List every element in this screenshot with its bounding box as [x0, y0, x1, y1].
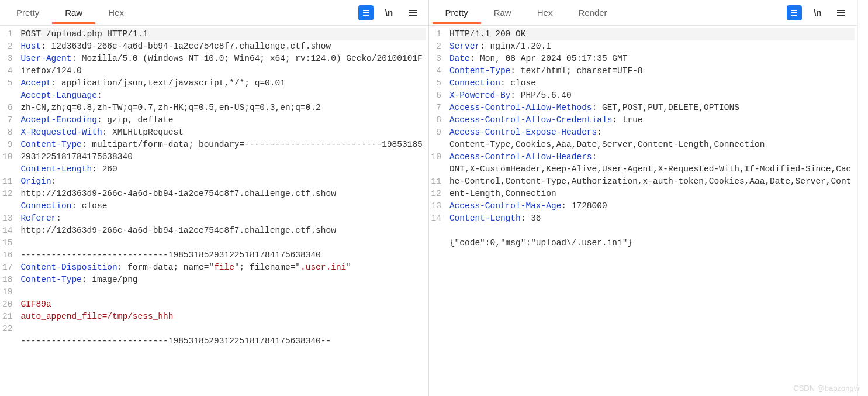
line-number: 5: [2, 77, 15, 89]
line-number: [2, 89, 15, 102]
line-number: 3: [2, 53, 15, 65]
code-line[interactable]: Accept-Language:: [20, 89, 426, 102]
code-line[interactable]: auto_append_file=/tmp/sess_hhh: [20, 311, 426, 323]
code-line[interactable]: -----------------------------19853185293…: [20, 249, 426, 261]
code-line[interactable]: Content-Type,Cookies,Aaa,Date,Server,Con…: [449, 139, 855, 151]
code-line[interactable]: Content-Length: 260: [20, 163, 426, 175]
code-line[interactable]: Content-Length: 36: [449, 212, 855, 225]
hamburger-menu-icon[interactable]: [405, 5, 420, 20]
code-line[interactable]: Content-Type: image/png: [20, 274, 426, 286]
line-number: 12: [2, 188, 15, 200]
line-number: 8: [431, 114, 444, 126]
line-number: [431, 139, 444, 151]
request-editor[interactable]: 12345 678910 1112 13141516171819202122 P…: [0, 26, 428, 396]
newline-icon[interactable]: \n: [810, 5, 825, 20]
code-line[interactable]: -----------------------------19853185293…: [20, 335, 426, 347]
code-line[interactable]: Access-Control-Max-Age: 1728000: [449, 200, 855, 212]
line-number: 20: [2, 298, 15, 311]
code-line[interactable]: Accept: application/json,text/javascript…: [20, 77, 426, 89]
toggle-view-icon[interactable]: [358, 5, 374, 20]
request-gutter: 12345 678910 1112 13141516171819202122: [0, 26, 17, 396]
code-line[interactable]: HTTP/1.1 200 OK: [449, 28, 855, 40]
code-line[interactable]: User-Agent: Mozilla/5.0 (Windows NT 10.0…: [20, 53, 426, 77]
toggle-view-icon[interactable]: [787, 5, 802, 20]
line-number: 7: [2, 114, 15, 126]
code-line[interactable]: [20, 347, 426, 360]
response-tabbar: PrettyRawHexRender \n: [429, 0, 857, 26]
code-line[interactable]: POST /upload.php HTTP/1.1: [20, 28, 426, 40]
line-number: 13: [2, 212, 15, 225]
tab-hex[interactable]: Hex: [524, 2, 566, 24]
code-line[interactable]: {"code":0,"msg":"upload\/.user.ini"}: [449, 237, 855, 249]
request-tabs: PrettyRawHex: [4, 2, 137, 24]
code-line[interactable]: Date: Mon, 08 Apr 2024 05:17:35 GMT: [449, 53, 855, 65]
code-line[interactable]: Accept-Encoding: gzip, deflate: [20, 114, 426, 126]
tab-render[interactable]: Render: [565, 2, 620, 24]
code-line[interactable]: [449, 225, 855, 237]
hamburger-menu-icon[interactable]: [834, 5, 849, 20]
response-tabs: PrettyRawHexRender: [433, 2, 620, 24]
code-line[interactable]: Content-Disposition: form-data; name="fi…: [20, 261, 426, 274]
request-actions: \n: [358, 5, 425, 20]
line-number: 17: [2, 261, 15, 274]
line-number: 1: [2, 28, 15, 40]
right-sidebar: [857, 0, 868, 396]
code-line[interactable]: Connection: close: [20, 200, 426, 212]
line-number: 6: [2, 102, 15, 114]
code-line[interactable]: DNT,X-CustomHeader,Keep-Alive,User-Agent…: [449, 163, 855, 200]
tab-pretty[interactable]: Pretty: [4, 2, 52, 24]
response-editor[interactable]: 123456789 10 11121314 HTTP/1.1 200 OKSer…: [429, 26, 857, 396]
code-line[interactable]: Content-Type: multipart/form-data; bound…: [20, 139, 426, 163]
code-line[interactable]: [20, 323, 426, 335]
response-gutter: 123456789 10 11121314: [429, 26, 446, 396]
line-number: 21: [2, 311, 15, 323]
line-number: 7: [431, 102, 444, 114]
code-line[interactable]: Access-Control-Expose-Headers:: [449, 126, 855, 139]
line-number: 5: [431, 77, 444, 89]
line-number: [431, 163, 444, 175]
code-line[interactable]: Content-Type: text/html; charset=UTF-8: [449, 65, 855, 77]
line-number: 11: [2, 175, 15, 188]
line-number: 16: [2, 249, 15, 261]
line-number: 4: [2, 65, 15, 77]
code-line[interactable]: Referer:: [20, 212, 426, 225]
tab-hex[interactable]: Hex: [95, 2, 137, 24]
line-number: 10: [431, 151, 444, 163]
response-code[interactable]: HTTP/1.1 200 OKServer: nginx/1.20.1Date:…: [446, 26, 857, 396]
code-line[interactable]: X-Powered-By: PHP/5.6.40: [449, 89, 855, 102]
line-number: 4: [431, 65, 444, 77]
line-number: 8: [2, 126, 15, 139]
code-line[interactable]: zh-CN,zh;q=0.8,zh-TW;q=0.7,zh-HK;q=0.5,e…: [20, 102, 426, 114]
response-actions: \n: [787, 5, 853, 20]
tab-pretty[interactable]: Pretty: [433, 2, 481, 24]
tab-raw[interactable]: Raw: [52, 2, 95, 24]
code-line[interactable]: Connection: close: [449, 77, 855, 89]
line-number: 9: [2, 139, 15, 151]
line-number: 2: [2, 40, 15, 53]
line-number: 22: [2, 323, 15, 335]
code-line[interactable]: [20, 286, 426, 298]
request-code[interactable]: POST /upload.php HTTP/1.1Host: 12d363d9-…: [17, 26, 428, 396]
line-number: 11: [431, 175, 444, 188]
code-line[interactable]: [20, 237, 426, 249]
line-number: [2, 163, 15, 175]
line-number: 6: [431, 89, 444, 102]
code-line[interactable]: Host: 12d363d9-266c-4a6d-bb94-1a2ce754c8…: [20, 40, 426, 53]
newline-icon[interactable]: \n: [382, 5, 397, 20]
code-line[interactable]: Server: nginx/1.20.1: [449, 40, 855, 53]
code-line[interactable]: GIF89a: [20, 298, 426, 311]
line-number: 1: [431, 28, 444, 40]
line-number: 15: [2, 237, 15, 249]
line-number: 9: [431, 126, 444, 139]
code-line[interactable]: X-Requested-With: XMLHttpRequest: [20, 126, 426, 139]
line-number: 13: [431, 200, 444, 212]
code-line[interactable]: Origin:: [20, 175, 426, 188]
tab-raw[interactable]: Raw: [481, 2, 524, 24]
code-line[interactable]: http://12d363d9-266c-4a6d-bb94-1a2ce754c…: [20, 188, 426, 200]
code-line[interactable]: Access-Control-Allow-Methods: GET,POST,P…: [449, 102, 855, 114]
line-number: 19: [2, 286, 15, 298]
code-line[interactable]: http://12d363d9-266c-4a6d-bb94-1a2ce754c…: [20, 225, 426, 237]
code-line[interactable]: Access-Control-Allow-Headers:: [449, 151, 855, 163]
code-line[interactable]: Access-Control-Allow-Credentials: true: [449, 114, 855, 126]
line-number: 14: [2, 225, 15, 237]
